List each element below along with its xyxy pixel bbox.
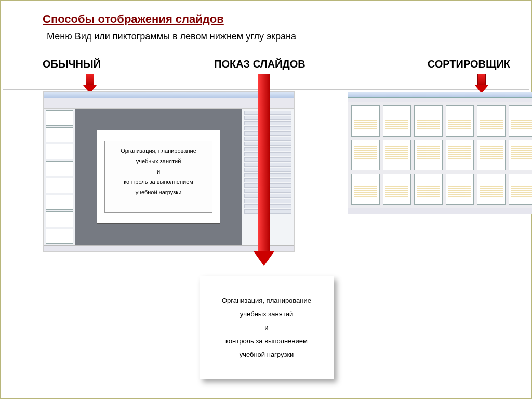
mode-label-slideshow: ПОКАЗ СЛАЙДОВ bbox=[214, 58, 411, 70]
slide-canvas: Организация, планирование учебных заняти… bbox=[75, 109, 242, 245]
arrow-down-icon bbox=[83, 74, 97, 94]
arrow-down-large-icon bbox=[254, 74, 274, 266]
screenshot-slideshow-view: Организация, планирование учебных заняти… bbox=[200, 276, 334, 379]
mode-label-normal: ОБЫЧНЫЙ bbox=[43, 58, 214, 70]
thumbnail-panel bbox=[44, 109, 75, 245]
arrow-down-icon bbox=[475, 74, 488, 94]
mode-labels-row: ОБЫЧНЫЙ ПОКАЗ СЛАЙДОВ СОРТИРОВЩИК bbox=[43, 58, 510, 70]
screenshot-sorter-view bbox=[348, 92, 532, 214]
sorter-grid bbox=[348, 102, 532, 208]
slide-subtitle: Меню Вид или пиктограммы в левом нижнем … bbox=[47, 31, 296, 42]
slide-root: Способы отображения слайдов Меню Вид или… bbox=[0, 0, 532, 399]
sample-slide-content: Организация, планирование учебных заняти… bbox=[104, 141, 212, 213]
slide-title: Способы отображения слайдов bbox=[43, 12, 224, 26]
mode-label-sorter: СОРТИРОВЩИК bbox=[411, 58, 510, 70]
